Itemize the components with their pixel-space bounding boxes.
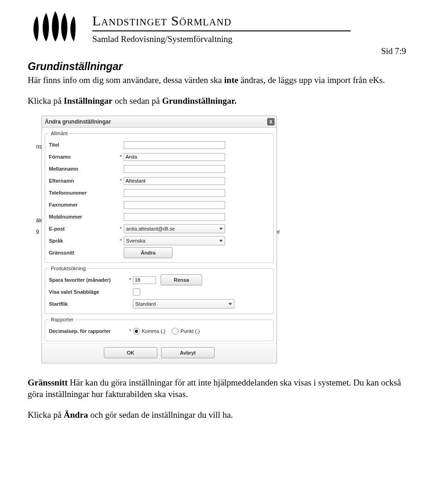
text-bold: Grundinställningar. — [162, 96, 236, 106]
label-mobil: Mobilnummer — [49, 214, 118, 219]
text: Klicka på — [28, 410, 64, 420]
label-titel: Titel — [49, 142, 118, 148]
dialog-screenshot: ns äk 9 er Ändra grundinställningar X Al… — [0, 116, 415, 363]
input-telefon[interactable] — [124, 189, 225, 197]
text: Här kan du göra inställningar för att in… — [28, 378, 401, 399]
text: och gör sedan de inställningar du vill h… — [88, 410, 233, 420]
text: Klicka på — [28, 96, 64, 106]
radio-punkt[interactable] — [172, 328, 179, 335]
input-efternamn[interactable] — [124, 177, 225, 185]
cancel-button[interactable]: Avbryt — [161, 347, 215, 358]
close-icon[interactable]: X — [267, 118, 275, 125]
input-spara-favoriter[interactable] — [133, 276, 156, 284]
sprak-value: Svenska — [126, 238, 145, 243]
legend-rapporter: Rapporter — [49, 317, 75, 322]
label-startflik: Startflik — [49, 301, 127, 307]
epost-value: anita.attestant@dll.se — [126, 226, 175, 231]
label-snabblage: Visa valet Snabbläge — [49, 289, 127, 295]
label-efternamn: Efternamn — [49, 178, 118, 184]
paragraph: Klicka på Ändra och gör sedan de inställ… — [28, 409, 415, 421]
legend-allmant: Allmänt — [49, 130, 70, 136]
chevron-down-icon — [219, 226, 223, 231]
input-epost[interactable]: anita.attestant@dll.se — [124, 224, 225, 233]
chevron-down-icon — [219, 238, 223, 243]
legend-produktsokning: Produktsökning — [49, 266, 88, 271]
text-bold: Ändra — [64, 410, 88, 420]
fieldset-allmant: Allmänt Titel Förnamn * Mellannamn — [45, 130, 274, 263]
logo-icon — [28, 9, 83, 46]
checkbox-snabblage[interactable] — [133, 288, 140, 296]
label-fornamn: Förnamn — [49, 154, 118, 160]
settings-dialog: Ändra grundinställningar X Allmänt Titel… — [42, 116, 277, 363]
input-mobil[interactable] — [124, 213, 225, 221]
label-epost: E-post — [49, 226, 118, 231]
input-mellannamn[interactable] — [124, 165, 225, 173]
label-fax: Faxnummer — [49, 202, 118, 208]
divider — [92, 30, 351, 31]
radio-komma-label: Komma (,) — [142, 328, 165, 334]
label-decimalsep: Decimalsep. för rapporter — [49, 328, 127, 334]
dialog-titlebar[interactable]: Ändra grundinställningar X — [42, 116, 276, 128]
text-bold: inte — [224, 75, 239, 85]
radio-punkt-label: Punkt (.) — [180, 328, 200, 334]
change-button[interactable]: Ändra — [124, 247, 173, 258]
ok-button[interactable]: OK — [104, 347, 157, 358]
label-sprak: Språk — [49, 238, 118, 243]
radio-komma[interactable] — [133, 328, 140, 335]
dialog-title: Ändra grundinställningar — [45, 119, 111, 125]
org-name: Landstinget Sörmland — [92, 13, 351, 29]
page-number: Sid 7:9 — [381, 46, 406, 56]
paragraph: Gränssnitt Här kan du göra inställningar… — [28, 377, 415, 400]
page-header: Landstinget Sörmland Samlad Redovisning/… — [28, 9, 415, 46]
text: Här finns info om dig som användare, des… — [28, 75, 224, 85]
input-fax[interactable] — [124, 201, 225, 209]
chevron-down-icon — [228, 302, 233, 306]
startflik-value: Standard — [135, 301, 156, 307]
section-heading: Grundinställningar — [28, 60, 415, 74]
cropped-text: ns — [36, 143, 42, 150]
fieldset-rapporter: Rapporter Decimalsep. för rapporter * Ko… — [45, 317, 274, 341]
text-bold: Inställningar — [64, 96, 113, 106]
input-titel[interactable] — [124, 141, 225, 149]
label-mellannamn: Mellannamn — [49, 166, 118, 172]
input-fornamn[interactable] — [124, 153, 225, 161]
fieldset-produktsokning: Produktsökning Spara favoriter (månader)… — [45, 266, 274, 314]
label-telefon: Telefonnummer — [49, 190, 118, 196]
text-bold: Gränssnitt — [28, 378, 68, 387]
text: ändras, de läggs upp via import från eKs… — [238, 75, 385, 85]
subheader: Samlad Redovisning/Systemförvaltning — [92, 34, 351, 44]
cropped-text: 9 — [36, 229, 39, 235]
clear-button[interactable]: Rensa — [161, 274, 202, 285]
paragraph: Här finns info om dig som användare, des… — [28, 75, 415, 86]
select-startflik[interactable]: Standard — [133, 299, 234, 308]
cropped-text: äk — [36, 217, 42, 224]
text: och sedan på — [113, 96, 162, 106]
dialog-button-bar: OK Avbryt — [42, 343, 276, 363]
paragraph: Klicka på Inställningar och sedan på Gru… — [28, 95, 415, 107]
label-spara-favoriter: Spara favoriter (månader) — [49, 277, 127, 283]
label-granssnitt: Gränssnitt — [49, 250, 118, 255]
select-sprak[interactable]: Svenska — [124, 236, 225, 245]
